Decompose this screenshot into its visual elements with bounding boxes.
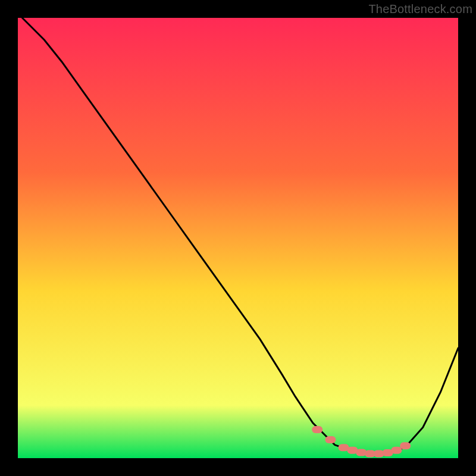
optimal-marker [312,426,322,433]
optimal-marker [391,447,402,454]
bottleneck-plot [18,18,458,458]
optimal-marker [325,436,336,443]
optimal-marker [400,442,411,449]
gradient-background [18,18,458,458]
watermark-text: TheBottleneck.com [368,2,472,16]
